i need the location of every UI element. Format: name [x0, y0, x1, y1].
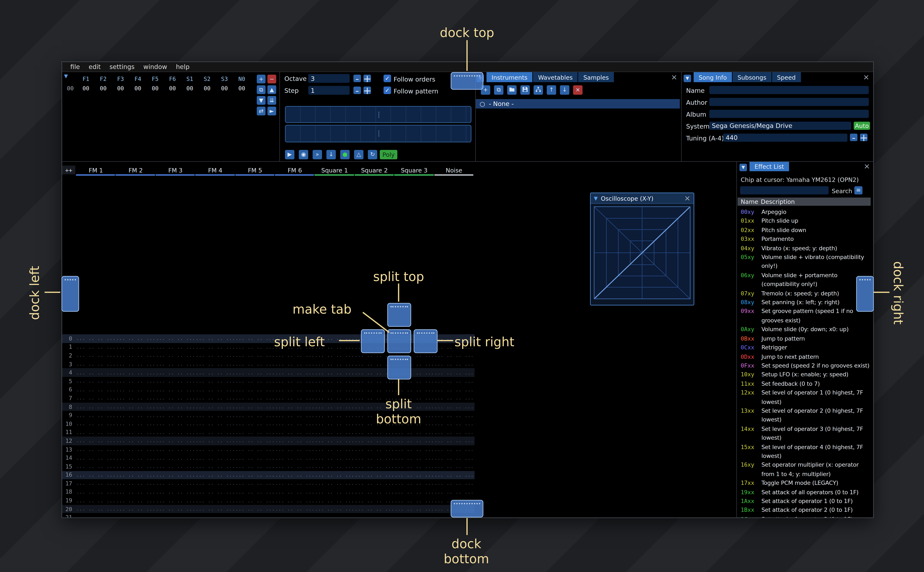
order-cell[interactable]: 00	[146, 85, 164, 92]
pattern-cell[interactable]: ... .. .. ...	[116, 455, 156, 461]
pattern-cell[interactable]: ... .. .. ...	[156, 481, 195, 486]
pattern-cell[interactable]: ... .. .. ...	[235, 498, 275, 504]
pattern-cell[interactable]: ... .. .. ...	[434, 387, 474, 393]
pattern-cell[interactable]: ... .. .. ...	[235, 429, 275, 435]
order-move-down-button[interactable]: ▼	[257, 96, 265, 105]
pattern-cell[interactable]: ... .. .. ...	[275, 387, 315, 393]
pattern-cell[interactable]: ... .. .. ...	[434, 446, 474, 452]
pattern-cell[interactable]: ... .. .. ...	[156, 455, 195, 461]
pattern-cell[interactable]: ... .. .. ...	[315, 489, 354, 495]
pattern-cell[interactable]: ... .. .. ...	[235, 446, 275, 452]
pattern-cell[interactable]: ... .. .. ...	[315, 361, 354, 367]
channel-header-square-3[interactable]: Square 3	[394, 166, 434, 174]
pattern-cell[interactable]: ... .. .. ...	[195, 404, 235, 410]
pattern-cell[interactable]: ... .. .. ...	[315, 446, 354, 452]
pattern-cell[interactable]: ... .. .. ...	[394, 506, 434, 512]
pattern-cell[interactable]: ... .. .. ...	[116, 336, 156, 341]
pattern-cell[interactable]: ... .. .. ...	[195, 472, 235, 478]
pattern-cell[interactable]: ... .. .. ...	[116, 515, 156, 518]
pattern-cell[interactable]: ... .. .. ...	[275, 498, 315, 504]
effect-row[interactable]: 07xyTremolo (x: speed; y: depth)	[737, 289, 872, 298]
pattern-cell[interactable]: ... .. .. ...	[76, 404, 116, 410]
pattern-cell[interactable]: ... .. .. ...	[354, 515, 394, 518]
pattern-cell[interactable]: ... .. .. ...	[275, 481, 315, 486]
pattern-cell[interactable]: ... .. .. ...	[235, 421, 275, 427]
effect-row[interactable]: 0BxxJump to pattern	[737, 334, 872, 343]
effect-row[interactable]: 06xyVolume slide + portamento (compatibi…	[737, 271, 872, 289]
effect-row[interactable]: 01xxPitch slide up	[737, 217, 872, 225]
pattern-cell[interactable]: ... .. .. ...	[235, 404, 275, 410]
close-icon[interactable]: ×	[684, 194, 690, 202]
pattern-cell[interactable]: ... .. .. ...	[434, 378, 474, 384]
pattern-cell[interactable]: ... .. .. ...	[156, 378, 195, 384]
split-target-left[interactable]	[361, 329, 385, 353]
effect-row[interactable]: 05xyVolume slide + vibrato (compatibilit…	[737, 253, 872, 271]
pattern-cell[interactable]: ... .. .. ...	[315, 353, 354, 358]
pattern-cell[interactable]: ... .. .. ...	[275, 506, 315, 512]
channel-header-fm-6[interactable]: FM 6	[275, 166, 315, 174]
pattern-cell[interactable]: ... .. .. ...	[275, 438, 315, 444]
effect-row[interactable]: 04xyVibrato (x: speed; y: depth)	[737, 244, 872, 253]
pattern-expand-button[interactable]: ++	[62, 166, 75, 174]
octave-input[interactable]: 3	[308, 74, 350, 83]
pattern-cell[interactable]: ... .. .. ...	[394, 498, 434, 504]
pattern-cell[interactable]: ... .. .. ...	[195, 387, 235, 393]
pattern-cell[interactable]: ... .. .. ...	[76, 412, 116, 418]
pattern-cell[interactable]: ... .. .. ...	[156, 361, 195, 367]
move-instrument-up-button[interactable]: ↑	[547, 85, 556, 95]
effect-row[interactable]: 15xxSet level of operator 4 (0 highest, …	[737, 443, 872, 460]
order-remove-button[interactable]: −	[267, 75, 276, 84]
make-tab-target[interactable]	[387, 329, 411, 353]
name-field[interactable]	[709, 86, 869, 94]
album-field[interactable]	[709, 110, 869, 118]
pattern-cell[interactable]: ... .. .. ...	[434, 361, 474, 367]
pattern-cell[interactable]: ... .. .. ...	[394, 438, 434, 444]
pattern-cell[interactable]: ... .. .. ...	[235, 506, 275, 512]
pattern-cell[interactable]: ... .. .. ...	[116, 498, 156, 504]
instrument-list-item[interactable]: ○ - None -	[476, 99, 680, 109]
effect-row[interactable]: 10xySetup LFO (x: enable; y: speed)	[737, 370, 872, 379]
channel-header-noise[interactable]: Noise	[434, 166, 474, 174]
order-duplicate-button[interactable]: ⧉	[257, 85, 265, 94]
pattern-cell[interactable]: ... .. .. ...	[76, 446, 116, 452]
tab-wavetables[interactable]: Wavetables	[533, 72, 578, 82]
pattern-cell[interactable]: ... .. .. ...	[315, 404, 354, 410]
pattern-cell[interactable]: ... .. .. ...	[156, 446, 195, 452]
pattern-cell[interactable]: ... .. .. ...	[275, 404, 315, 410]
pattern-cell[interactable]: ... .. .. ...	[116, 464, 156, 469]
pattern-cell[interactable]: ... .. .. ...	[275, 489, 315, 495]
tab-effect-list[interactable]: Effect List	[749, 161, 789, 171]
system-field[interactable]: Sega Genesis/Mega Drive	[709, 122, 851, 130]
pattern-cell[interactable]: ... .. .. ...	[156, 429, 195, 435]
pattern-cell[interactable]: ... .. .. ...	[235, 370, 275, 376]
effect-row[interactable]: 13xxSet level of operator 2 (0 highest, …	[737, 406, 872, 424]
pattern-cell[interactable]: ... .. .. ...	[394, 464, 434, 469]
pattern-cell[interactable]: ... .. .. ...	[235, 464, 275, 469]
pattern-cell[interactable]: ... .. .. ...	[116, 506, 156, 512]
pattern-cell[interactable]: ... .. .. ...	[315, 481, 354, 486]
pattern-cell[interactable]: ... .. .. ...	[76, 429, 116, 435]
pattern-cell[interactable]: ... .. .. ...	[394, 387, 434, 393]
collapse-arrow-icon[interactable]: ▼	[594, 196, 598, 201]
pattern-cell[interactable]: ... .. .. ...	[275, 464, 315, 469]
pattern-cell[interactable]: ... .. .. ...	[354, 438, 394, 444]
menu-file[interactable]: file	[66, 63, 84, 70]
order-cell[interactable]: 00	[216, 85, 233, 92]
order-cell[interactable]: 00	[198, 85, 216, 92]
order-add-button[interactable]: +	[257, 75, 265, 84]
channel-header-fm-4[interactable]: FM 4	[195, 166, 235, 174]
pattern-cell[interactable]: ... .. .. ...	[76, 353, 116, 358]
pattern-cell[interactable]: ... .. .. ...	[195, 498, 235, 504]
order-cell[interactable]: 00	[112, 85, 129, 92]
pattern-cell[interactable]: ... .. .. ...	[315, 370, 354, 376]
pattern-cell[interactable]: ... .. .. ...	[156, 353, 195, 358]
pattern-cell[interactable]: ... .. .. ...	[235, 361, 275, 367]
tuning-increase-button[interactable]: +	[860, 134, 868, 141]
pattern-cell[interactable]: ... .. .. ...	[354, 446, 394, 452]
pattern-cell[interactable]: ... .. .. ...	[354, 489, 394, 495]
pattern-cell[interactable]: ... .. .. ...	[394, 481, 434, 486]
pattern-cell[interactable]: ... .. .. ...	[434, 412, 474, 418]
pattern-cell[interactable]: ... .. .. ...	[315, 429, 354, 435]
pattern-cell[interactable]: ... .. .. ...	[116, 378, 156, 384]
effect-row[interactable]: 02xxPitch slide down	[737, 225, 872, 235]
